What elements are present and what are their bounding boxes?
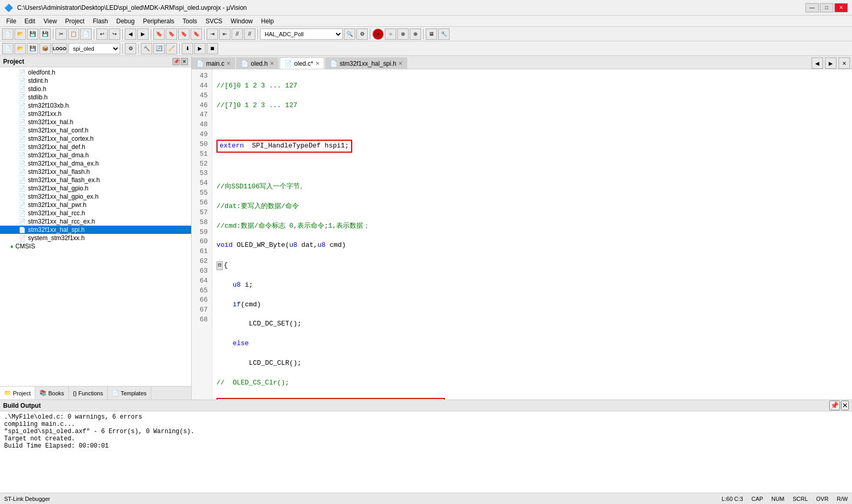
unindent-button[interactable]: ⇤ <box>219 28 230 40</box>
menu-project[interactable]: Project <box>61 17 89 26</box>
tab-close-all[interactable]: ✕ <box>839 57 850 69</box>
redo-button[interactable]: ↪ <box>109 28 120 40</box>
download-button[interactable]: ⬇ <box>182 43 193 54</box>
tree-item-stm32-hal-flash-ex[interactable]: 📄 stm32f1xx_hal_flash_ex.h <box>0 176 191 184</box>
pack-installer-button[interactable]: 📦 <box>39 43 51 54</box>
undo-button[interactable]: ↩ <box>96 28 108 40</box>
menu-file[interactable]: File <box>2 17 20 26</box>
menu-flash[interactable]: Flash <box>89 17 112 26</box>
close-button[interactable]: ✕ <box>834 3 848 12</box>
bp-all-button[interactable]: ⊕ <box>410 28 421 40</box>
device-db-button[interactable]: 💾 <box>27 43 38 54</box>
open-uvision-button[interactable]: 📂 <box>15 43 26 54</box>
tab-project[interactable]: 📁 Project <box>0 387 35 399</box>
code-area[interactable]: //[6]0 1 2 3 ... 127 //[7]0 1 2 3 ... 12… <box>212 69 852 399</box>
start-debug-button[interactable]: ▶ <box>194 43 206 54</box>
tree-item-stm32-hal-dma[interactable]: 📄 stm32f1xx_hal_dma.h <box>0 151 191 159</box>
paste-button[interactable]: 📄 <box>80 28 92 40</box>
tree-item-stdint[interactable]: 📄 stdint.h <box>0 77 191 85</box>
uncomment-button[interactable]: // <box>244 28 255 40</box>
nav-forward-button[interactable]: ▶ <box>137 28 149 40</box>
function-combo[interactable]: HAL_ADC_Poll <box>260 28 343 40</box>
comment-button[interactable]: // <box>232 28 243 40</box>
menu-window[interactable]: Window <box>226 17 257 26</box>
target-options-button[interactable]: ⚙ <box>125 43 136 54</box>
tree-item-stm32f103xb[interactable]: 📄 stm32f103xb.h <box>0 101 191 110</box>
tree-item-stm32-hal-dma-ex[interactable]: 📄 stm32f1xx_hal_dma_ex.h <box>0 159 191 168</box>
tree-item-stm32-hal-gpio-ex[interactable]: 📄 stm32f1xx_hal_gpio_ex.h <box>0 192 191 201</box>
options-button[interactable]: ⚙ <box>356 28 368 40</box>
cut-button[interactable]: ✂ <box>55 28 67 40</box>
tab-books[interactable]: 📚 Books <box>35 387 69 399</box>
menu-svcs[interactable]: SVCS <box>201 17 227 26</box>
tree-item-oledfont[interactable]: 📄 oledfont.h <box>0 68 191 77</box>
new-file-button[interactable]: 📄 <box>2 28 13 40</box>
tree-item-stm32-hal-flash[interactable]: 📄 stm32f1xx_hal_flash.h <box>0 168 191 176</box>
build-output-pin-button[interactable]: 📌 <box>829 401 840 410</box>
tab-close-oled-h[interactable]: ✕ <box>270 61 274 66</box>
editor-tab-main-c[interactable]: 📄 main.c ✕ <box>192 57 235 69</box>
tree-item-stm32f1xx[interactable]: 📄 stm32f1xx.h <box>0 110 191 118</box>
tab-scroll-right[interactable]: ▶ <box>825 57 836 69</box>
tab-scroll-left[interactable]: ◀ <box>812 57 823 69</box>
tree-item-stm32-hal-rcc[interactable]: 📄 stm32f1xx_hal_rcc.h <box>0 209 191 217</box>
tree-item-stm32-hal-gpio[interactable]: 📄 stm32f1xx_hal_gpio.h <box>0 184 191 192</box>
settings-button[interactable]: 🔧 <box>438 28 450 40</box>
target-combo[interactable]: spi_oled <box>68 43 120 54</box>
panel-close-button[interactable]: ✕ <box>181 58 188 65</box>
maximize-button[interactable]: □ <box>820 3 833 12</box>
save-button[interactable]: 💾 <box>27 28 38 40</box>
bp-clear-button[interactable]: ⊗ <box>397 28 409 40</box>
copy-button[interactable]: 📋 <box>68 28 79 40</box>
editor-tab-spi-h[interactable]: 📄 stm32f1xx_hal_spi.h ✕ <box>325 57 407 69</box>
file-icon: 📄 <box>19 69 26 76</box>
display-options-button[interactable]: 🖥 <box>426 28 437 40</box>
clear-bookmark-button[interactable]: 🔖 <box>191 28 202 40</box>
bookmark-button[interactable]: 🔖 <box>153 28 165 40</box>
tree-item-stm32-hal-pwr[interactable]: 📄 stm32f1xx_hal_pwr.h <box>0 201 191 209</box>
code-editor[interactable]: 43 44 45 46 47 48 49 50 51 52 53 54 55 5… <box>192 69 852 399</box>
logo-button[interactable]: LOGO <box>52 43 67 54</box>
tab-templates[interactable]: 📄 Templates <box>108 387 151 399</box>
menu-tools[interactable]: Tools <box>179 17 201 26</box>
tab-close-oled-c[interactable]: ✕ <box>315 61 320 66</box>
next-bookmark-button[interactable]: 🔖 <box>178 28 190 40</box>
menu-view[interactable]: View <box>39 17 61 26</box>
tab-close-main[interactable]: ✕ <box>226 61 230 66</box>
breakpoint-button[interactable]: ● <box>372 28 384 40</box>
menu-help[interactable]: Help <box>257 17 278 26</box>
tab-functions[interactable]: {} Functions <box>69 387 108 399</box>
build-output-close-button[interactable]: ✕ <box>841 401 849 410</box>
open-button[interactable]: 📂 <box>15 28 26 40</box>
prev-bookmark-button[interactable]: 🔖 <box>166 28 177 40</box>
bp-toggle-button[interactable]: ○ <box>385 28 396 40</box>
minimize-button[interactable]: — <box>805 3 819 12</box>
tree-item-stm32-hal-cortex[interactable]: 📄 stm32f1xx_hal_cortex.h <box>0 135 191 143</box>
build-button[interactable]: 🔨 <box>141 43 152 54</box>
menu-debug[interactable]: Debug <box>112 17 139 26</box>
stop-debug-button[interactable]: ⏹ <box>207 43 218 54</box>
tree-item-stm32-hal-conf[interactable]: 📄 stm32f1xx_hal_conf.h <box>0 126 191 135</box>
tree-item-stdio[interactable]: 📄 stdio.h <box>0 85 191 93</box>
editor-tab-oled-c[interactable]: 📄 oled.c* ✕ <box>280 57 324 69</box>
statusbar-right: L:60 C:3 CAP NUM SCRL OVR R/W <box>721 496 848 502</box>
rebuild-button[interactable]: 🔄 <box>153 43 165 54</box>
tree-item-stm32-hal-rcc-ex[interactable]: 📄 stm32f1xx_hal_rcc_ex.h <box>0 217 191 226</box>
tree-item-cmsis[interactable]: ♦ CMSIS <box>0 242 191 250</box>
tree-item-stdlib[interactable]: 📄 stdlib.h <box>0 93 191 101</box>
save-all-button[interactable]: 💾 <box>39 28 51 40</box>
tree-item-stm32-hal-def[interactable]: 📄 stm32f1xx_hal_def.h <box>0 143 191 151</box>
nav-back-button[interactable]: ◀ <box>125 28 136 40</box>
tab-close-spi-h[interactable]: ✕ <box>398 61 402 66</box>
tree-item-stm32-hal-spi[interactable]: 📄 stm32f1xx_hal_spi.h <box>0 226 191 234</box>
menu-edit[interactable]: Edit <box>20 17 39 26</box>
indent-button[interactable]: ⇥ <box>207 28 218 40</box>
tree-item-stm32f1xx-hal[interactable]: 📄 stm32f1xx_hal.h <box>0 118 191 126</box>
panel-pin-button[interactable]: 📌 <box>172 58 180 65</box>
clean-button[interactable]: 🧹 <box>166 43 177 54</box>
editor-tab-oled-h[interactable]: 📄 oled.h ✕ <box>236 57 279 69</box>
menu-peripherals[interactable]: Peripherals <box>139 17 179 26</box>
tree-item-system-stm32[interactable]: 📄 system_stm32f1xx.h <box>0 234 191 242</box>
combo-search-button[interactable]: 🔍 <box>344 28 355 40</box>
new-uvision-button[interactable]: 📄 <box>2 43 13 54</box>
